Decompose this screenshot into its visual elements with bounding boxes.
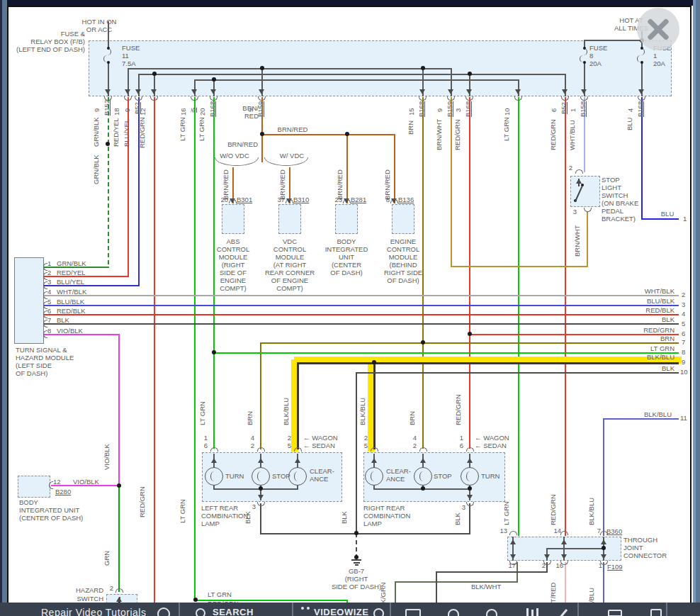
- wire-label: W/ VDC: [280, 152, 304, 159]
- wire-segment: [346, 134, 348, 203]
- wire-label: 3: [573, 208, 577, 215]
- wire-label: BRN: [247, 411, 254, 425]
- wire-label: B310: [293, 196, 309, 203]
- pin-arrow-icon: [420, 458, 426, 463]
- zoom-out-icon[interactable]: [448, 609, 459, 616]
- pin-arrow-icon: [562, 89, 568, 94]
- wire-label: BRN/: [242, 105, 259, 112]
- wire-label: 1: [204, 435, 208, 442]
- component-box: [14, 257, 44, 344]
- bulb-symbol: [288, 467, 307, 486]
- bulb-filament: [210, 471, 218, 481]
- wire-label: 11: [680, 415, 687, 422]
- pin-arrow-icon: [601, 554, 606, 559]
- bulb-symbol: [365, 467, 383, 486]
- rotate-icon[interactable]: [373, 608, 384, 616]
- wire-segment: [213, 488, 298, 490]
- pin-arrow-icon: [116, 597, 122, 602]
- sliders-icon[interactable]: [531, 610, 534, 616]
- wire-label: 2: [288, 435, 291, 442]
- wire-label: RED/YEL: [57, 269, 86, 276]
- wire-label: WHT/BLU: [569, 120, 576, 150]
- wire-label: LIGHT: [602, 184, 621, 191]
- info-circle-icon[interactable]: [157, 607, 170, 616]
- wire-label: B168: [418, 101, 425, 117]
- wire-label: BLK: [454, 513, 461, 525]
- sliders-icon[interactable]: [536, 608, 538, 616]
- wire-segment: [44, 314, 679, 315]
- component-box: [222, 204, 244, 234]
- printer-icon[interactable]: [608, 610, 622, 616]
- wire-label: 1: [47, 260, 51, 267]
- wire-label: ABS: [226, 238, 239, 245]
- wire-label: 13: [499, 527, 507, 534]
- wire-label: GRN/BLK: [93, 155, 100, 184]
- bulb-symbol: [205, 467, 223, 486]
- wire-segment: [118, 334, 120, 486]
- wire-label: COMPT): [220, 285, 246, 292]
- wire-label: B136: [398, 196, 414, 203]
- wire-segment: [356, 533, 357, 557]
- wire-label: HOT IN ON: [82, 18, 117, 26]
- toolbar-search-button[interactable]: SEARCH: [213, 607, 254, 616]
- pin-arrow-icon: [466, 89, 472, 94]
- wire-label: COMPT): [276, 285, 303, 292]
- wire-label: MODULE: [276, 254, 305, 261]
- wire-segment: [584, 40, 643, 41]
- wire-label: 9: [124, 108, 131, 112]
- wire-label: INTEGRATED UNIT: [19, 507, 79, 514]
- wire-label: TURN: [225, 473, 244, 480]
- pin-arc: [229, 199, 237, 203]
- wire-label: LT GRN: [503, 501, 510, 525]
- junction-dot: [354, 531, 359, 535]
- pin-arc: [419, 96, 427, 101]
- wire-segment: [469, 334, 679, 335]
- wire-label: ANCE: [386, 476, 405, 483]
- wire-label: ← SEDAN: [475, 442, 507, 449]
- pen-icon[interactable]: [558, 609, 568, 616]
- wire-label: BRN: [407, 121, 414, 135]
- wire-label: B301: [237, 196, 252, 203]
- wire-segment: [154, 97, 155, 603]
- wire-label: 4: [251, 435, 254, 442]
- zoom-in-icon[interactable]: [486, 609, 497, 616]
- search-icon[interactable]: [196, 608, 205, 616]
- close-button[interactable]: [637, 8, 679, 50]
- wire-label: 37: [277, 196, 285, 203]
- wire-label: 4: [413, 435, 417, 442]
- wire-segment: [436, 571, 548, 573]
- pin-arrow-icon: [448, 89, 453, 94]
- junction-dot: [152, 72, 157, 76]
- wire-label: ← SEDAN: [303, 442, 335, 449]
- sliders-icon[interactable]: [526, 608, 529, 616]
- wire-label: LT GRN: [198, 117, 205, 141]
- wire-label: BLK/BLU: [359, 398, 366, 425]
- wire-label: RELAY BOX (F/B): [30, 38, 85, 45]
- toolbar-videowize-button[interactable]: VIDEOWIZE: [314, 607, 368, 616]
- wire-label: BLK: [662, 316, 674, 323]
- monitor-icon[interactable]: [405, 609, 421, 616]
- wire-label: 7: [682, 339, 685, 346]
- junction-dot: [468, 486, 472, 491]
- toolbar-repair-video-button[interactable]: Repair Video Tutorials: [41, 607, 146, 616]
- wire-segment: [395, 581, 396, 604]
- wire-label: BLU/BLK: [647, 298, 674, 305]
- wire-label: 2: [569, 164, 572, 172]
- wire-segment: [546, 548, 604, 549]
- wire-label: RIGHT SIDE: [384, 269, 422, 276]
- wire-label: SWITCH: [602, 192, 628, 199]
- wire-segment: [451, 266, 588, 267]
- download-icon[interactable]: [650, 609, 662, 616]
- wire-label: LT GRN: [503, 117, 510, 141]
- pin-arc: [210, 96, 218, 101]
- component-box: [278, 204, 301, 234]
- junction-dot: [421, 66, 425, 70]
- wire-label: VDC: [283, 238, 297, 245]
- junction-dot: [372, 360, 376, 364]
- wire-segment: [469, 503, 470, 533]
- wire-label: (BEHIND: [389, 262, 417, 269]
- wire-label: 7: [597, 527, 601, 534]
- pin-arrow-icon: [601, 539, 606, 544]
- wire-label: 1: [683, 215, 687, 223]
- dots-icon: [307, 607, 310, 610]
